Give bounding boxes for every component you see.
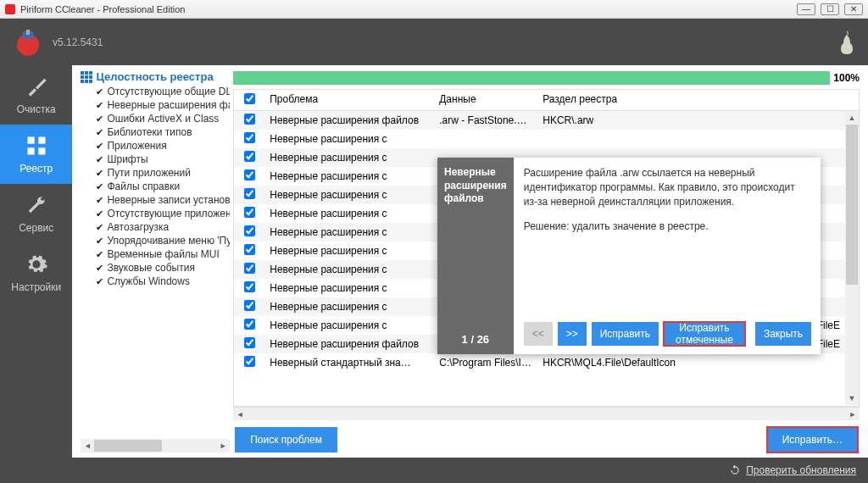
scroll-left-icon[interactable]: ◄ <box>81 439 94 452</box>
check-updates-link[interactable]: Проверить обновления <box>746 464 856 476</box>
svg-rect-2 <box>27 137 34 144</box>
search-problems-button[interactable]: Поиск проблем <box>235 427 337 452</box>
maximize-button[interactable]: ☐ <box>821 3 839 15</box>
footer: Проверить обновления <box>0 458 868 483</box>
tree-item[interactable]: ✔Отсутствующие приложения <box>81 207 230 220</box>
col-registry[interactable]: Раздел реестра <box>537 90 859 110</box>
scroll-thumb[interactable] <box>94 440 161 452</box>
select-all-checkbox[interactable] <box>244 93 255 104</box>
tree-item-label: Упорядочивание меню 'Пуск' <box>107 235 230 247</box>
sidebar-item-tools[interactable]: Сервис <box>0 184 72 243</box>
cell-data: C:\Program Files\In… <box>434 353 537 372</box>
row-checkbox[interactable] <box>244 244 255 255</box>
tree-item[interactable]: ✔Библиотеки типов <box>81 125 230 139</box>
table-row[interactable]: Неверный стандартный зна…C:\Program File… <box>234 353 845 372</box>
col-problem[interactable]: Проблема <box>264 90 434 110</box>
scroll-right-icon[interactable]: ► <box>846 408 860 421</box>
scroll-right-icon[interactable]: ► <box>216 439 230 452</box>
refresh-icon <box>729 464 741 476</box>
row-checkbox[interactable] <box>244 263 255 274</box>
check-icon: ✔ <box>96 263 103 274</box>
ccleaner-logo <box>10 25 46 60</box>
titlebar: Piriform CCleaner - Professional Edition… <box>0 0 868 19</box>
tree-item[interactable]: ✔Шрифты <box>81 153 230 166</box>
tree-item[interactable]: ✔Службы Windows <box>81 275 230 288</box>
cell-problem: Неверные расширения файлов <box>264 111 434 130</box>
tree-hscrollbar[interactable]: ◄ ► <box>81 439 230 452</box>
row-checkbox[interactable] <box>244 188 255 199</box>
row-checkbox[interactable] <box>244 337 255 348</box>
scroll-down-icon[interactable]: ▼ <box>845 391 859 405</box>
col-data[interactable]: Данные <box>434 90 537 110</box>
sidebar-item-label: Реестр <box>19 163 53 175</box>
dialog-sidebar: Неверные расширения файлов 1 / 26 <box>437 158 514 354</box>
table-vscrollbar[interactable]: ▲ ▼ <box>845 111 859 405</box>
tree-item[interactable]: ✔Отсутствующие общие DLL <box>81 85 230 98</box>
check-icon: ✔ <box>96 86 103 97</box>
row-checkbox[interactable] <box>244 225 255 236</box>
sidebar-item-label: Сервис <box>19 222 53 234</box>
grid-icon <box>25 134 48 158</box>
tree-item-label: Файлы справки <box>107 180 180 192</box>
tree-item[interactable]: ✔Упорядочивание меню 'Пуск' <box>81 234 230 247</box>
sidebar-item-cleaner[interactable]: Очистка <box>0 65 72 125</box>
sidebar-item-options[interactable]: Настройки <box>0 243 72 303</box>
fix-marked-button[interactable]: Исправить отмеченные <box>664 322 745 346</box>
row-checkbox[interactable] <box>244 356 255 367</box>
tree-item[interactable]: ✔Временные файлы MUI <box>81 247 230 261</box>
svg-rect-5 <box>38 147 45 154</box>
scroll-left-icon[interactable]: ◄ <box>233 408 247 421</box>
table-hscrollbar[interactable]: ◄ ► <box>233 407 860 420</box>
check-icon: ✔ <box>96 114 103 125</box>
minimize-button[interactable]: — <box>797 3 815 15</box>
table-row[interactable]: Неверные расширения с <box>234 130 845 148</box>
close-dialog-button[interactable]: Закрыть <box>755 322 811 346</box>
row-checkbox[interactable] <box>244 169 255 180</box>
brush-icon <box>25 75 48 98</box>
tree-item-label: Временные файлы MUI <box>107 248 219 260</box>
tree-item[interactable]: ✔Автозагрузка <box>81 220 230 234</box>
app-icon <box>5 4 15 14</box>
check-icon: ✔ <box>96 236 103 247</box>
fix-button[interactable]: Исправить… <box>767 427 858 452</box>
row-checkbox[interactable] <box>244 281 255 292</box>
tree-item[interactable]: ✔Пути приложений <box>81 166 230 180</box>
wrench-icon <box>25 193 48 217</box>
row-checkbox[interactable] <box>244 132 255 143</box>
next-button[interactable]: >> <box>558 322 587 346</box>
row-checkbox[interactable] <box>244 151 255 162</box>
scroll-thumb[interactable] <box>846 125 858 285</box>
row-checkbox[interactable] <box>244 207 255 218</box>
tree-item[interactable]: ✔Неверные записи установщика <box>81 193 230 207</box>
tree-item[interactable]: ✔Ошибки ActiveX и Class <box>81 112 230 125</box>
dialog-description: Расширение файла .arw ссылается на невер… <box>524 166 811 208</box>
row-checkbox[interactable] <box>244 114 255 125</box>
row-checkbox[interactable] <box>244 319 255 330</box>
tree-item-label: Ошибки ActiveX и Class <box>107 113 219 125</box>
fix-dialog: Неверные расширения файлов 1 / 26 Расшир… <box>437 158 821 354</box>
table-row[interactable]: Неверные расширения файлов.arw - FastSto… <box>234 111 845 130</box>
check-icon: ✔ <box>96 276 103 287</box>
row-checkbox[interactable] <box>244 300 255 311</box>
pear-icon <box>836 30 858 55</box>
sidebar-item-registry[interactable]: Реестр <box>0 125 72 184</box>
window-title: Piriform CCleaner - Professional Edition <box>20 4 185 14</box>
fix-one-button[interactable]: Исправить <box>592 322 659 346</box>
tree-item[interactable]: ✔Приложения <box>81 139 230 153</box>
tree-item[interactable]: ✔Неверные расширения файлов <box>81 98 230 112</box>
cell-problem: Неверные расширения с <box>264 223 434 242</box>
prev-button[interactable]: << <box>524 322 553 346</box>
tree-item-label: Пути приложений <box>107 167 190 179</box>
tree-item[interactable]: ✔Звуковые события <box>81 261 230 275</box>
cell-problem: Неверные расширения с <box>264 297 434 316</box>
tree-title: Целостность реестра <box>81 70 230 83</box>
check-icon: ✔ <box>96 100 103 111</box>
tree-item[interactable]: ✔Файлы справки <box>81 180 230 193</box>
check-icon: ✔ <box>96 208 103 219</box>
check-icon: ✔ <box>96 168 103 179</box>
check-icon: ✔ <box>96 249 103 260</box>
scroll-up-icon[interactable]: ▲ <box>845 111 859 125</box>
svg-rect-1 <box>26 30 30 35</box>
close-button[interactable]: ✕ <box>844 3 863 15</box>
gear-icon <box>25 253 48 276</box>
